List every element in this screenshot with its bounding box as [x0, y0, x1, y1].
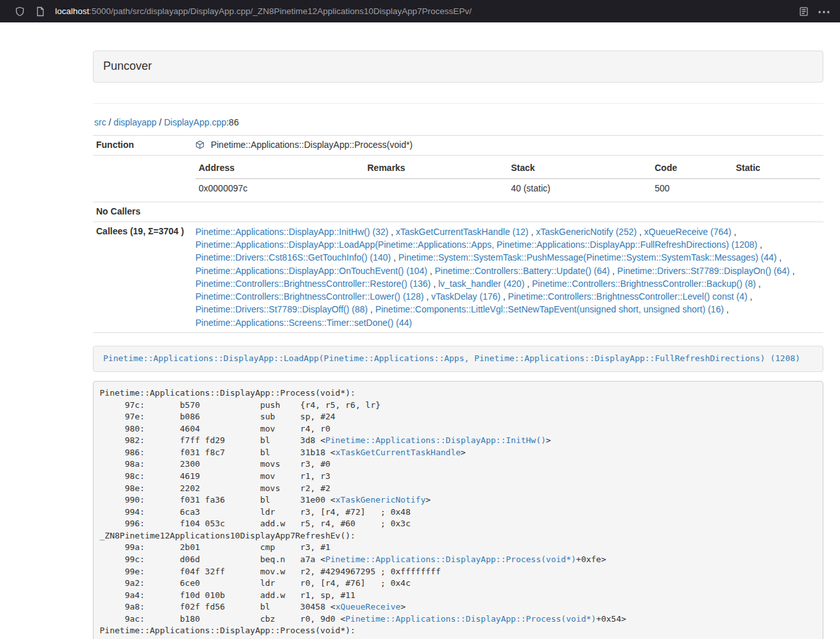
no-callers-row: No Callers [93, 202, 823, 222]
symbol-table: Function Pinetime::Applications::Display… [93, 135, 823, 333]
reader-view-icon[interactable] [798, 6, 809, 17]
detail-column-header: Stack [508, 159, 652, 179]
breadcrumb: src / displayapp / DisplayApp.cpp:86 [94, 117, 823, 129]
page-info-icon[interactable] [35, 6, 46, 17]
detail-column-header: Remarks [364, 159, 507, 179]
callee-link[interactable]: Pinetime::Controllers::BrightnessControl… [532, 279, 755, 289]
highlighted-symbol-panel: Pinetime::Applications::DisplayApp::Load… [93, 346, 823, 372]
breadcrumb-line-number: :86 [226, 117, 238, 127]
callee-link[interactable]: vTaskDelay (176) [431, 291, 500, 302]
url-bar[interactable]: localhost:5000/path/src/displayapp/Displ… [55, 5, 789, 17]
function-type-icon [195, 140, 211, 150]
disassembly-symbol-link[interactable]: xTaskGenericNotify [335, 495, 425, 505]
callees-label: Callees (19, Σ=3704 ) [93, 222, 192, 332]
callee-link[interactable]: Pinetime::Controllers::BrightnessControl… [195, 291, 424, 302]
detail-header-row: AddressRemarksStackCodeStatic [195, 159, 820, 179]
callee-link[interactable]: Pinetime::Applications::DisplayApp::OnTo… [195, 266, 427, 276]
callee-link[interactable]: Pinetime::Controllers::BrightnessControl… [195, 279, 431, 289]
disassembly-symbol-link[interactable]: Pinetime::Applications::DisplayApp::Proc… [345, 614, 596, 624]
tracking-protection-shield-icon[interactable] [14, 6, 26, 17]
divider [93, 103, 823, 104]
callee-link[interactable]: Pinetime::Drivers::Cst816S::GetTouchInfo… [195, 252, 391, 263]
detail-table: AddressRemarksStackCodeStatic 0x0000097c… [195, 159, 820, 198]
callee-link[interactable]: Pinetime::Applications::DisplayApp::Load… [195, 239, 757, 250]
main-container: Puncover src / displayapp / DisplayApp.c… [83, 51, 833, 639]
detail-value-cell: 40 (static) [508, 179, 652, 198]
url-path: :5000/path/src/displayapp/DisplayApp.cpp… [89, 6, 472, 16]
detail-value-cell: 0x0000097c [195, 179, 364, 198]
disassembly-code: Pinetime::Applications::DisplayApp::Proc… [93, 381, 823, 639]
callee-link[interactable]: xTaskGenericNotify (252) [536, 227, 636, 237]
callees-list: Pinetime::Applications::DisplayApp::Init… [192, 222, 823, 332]
highlighted-symbol-link[interactable]: Pinetime::Applications::DisplayApp::Load… [103, 353, 800, 363]
callee-link[interactable]: lv_task_handler (420) [438, 279, 525, 289]
url-host: localhost [55, 6, 89, 16]
callee-link[interactable]: Pinetime::Applications::DisplayApp::Init… [195, 227, 388, 237]
callee-link[interactable]: Pinetime::Applications::Screens::Timer::… [195, 318, 412, 328]
disassembly-symbol-link[interactable]: Pinetime::Applications::DisplayApp::Init… [325, 435, 546, 445]
overflow-menu-icon[interactable]: ⋯ [818, 6, 830, 17]
detail-column-header: Code [652, 159, 733, 179]
callee-link[interactable]: xQueueReceive (764) [644, 227, 731, 237]
browser-chrome: localhost:5000/path/src/displayapp/Displ… [0, 0, 840, 22]
function-label: Function [93, 135, 192, 155]
detail-column-header: Static [733, 159, 821, 179]
page-title: Puncover [103, 60, 152, 72]
detail-value-cell [364, 179, 507, 198]
callee-link[interactable]: Pinetime::Controllers::BrightnessControl… [508, 291, 747, 302]
callee-link[interactable]: Pinetime::Drivers::St7789::DisplayOn() (… [617, 266, 789, 276]
page: Puncover src / displayapp / DisplayApp.c… [0, 22, 840, 639]
callee-link[interactable]: Pinetime::Drivers::St7789::DisplayOff() … [195, 304, 368, 314]
callees-row: Callees (19, Σ=3704 ) Pinetime::Applicat… [93, 222, 823, 332]
disassembly-symbol-link[interactable]: Pinetime::Applications::DisplayApp::Proc… [325, 554, 576, 564]
detail-value-cell: 500 [652, 179, 733, 198]
disassembly-symbol-link[interactable]: xQueueReceive [335, 602, 400, 611]
no-callers-label: No Callers [93, 202, 192, 222]
callee-link[interactable]: Pinetime::Controllers::Battery::Update()… [435, 266, 610, 276]
callee-link[interactable]: Pinetime::Components::LittleVgl::SetNewT… [375, 304, 724, 314]
function-name: Pinetime::Applications::DisplayApp::Proc… [211, 140, 413, 150]
callee-link[interactable]: Pinetime::System::SystemTask::PushMessag… [399, 252, 777, 263]
detail-value-row: 0x0000097c40 (static)500 [195, 179, 820, 198]
detail-column-header: Address [195, 159, 364, 179]
app-title-panel: Puncover [93, 51, 823, 83]
breadcrumb-link[interactable]: displayapp [113, 117, 156, 127]
callee-link[interactable]: xTaskGetCurrentTaskHandle (12) [396, 227, 529, 237]
detail-value-cell [733, 179, 821, 198]
function-row: Function Pinetime::Applications::Display… [93, 135, 823, 155]
breadcrumb-link[interactable]: DisplayApp.cpp [164, 117, 226, 127]
details-row: AddressRemarksStackCodeStatic 0x0000097c… [93, 155, 823, 202]
disassembly-symbol-link[interactable]: xTaskGetCurrentTaskHandle [335, 448, 461, 457]
breadcrumb-link[interactable]: src [94, 117, 106, 127]
